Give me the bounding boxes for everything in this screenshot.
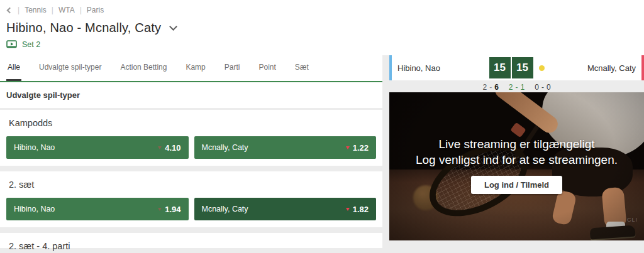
tab-saet[interactable]: Sæt [294, 55, 310, 81]
odds-row: Hibino, Nao 4.10 Mcnally, Caty 1.22 [6, 136, 376, 159]
stream-message-line1: Live streaming er tilgængeligt [438, 136, 594, 152]
back-chevron-icon[interactable] [7, 7, 13, 13]
live-stream-badge[interactable]: Set 2 [6, 40, 644, 49]
featured-section-heading: Udvalgte spil-typer [0, 82, 382, 108]
outcome-odds: 1.94 [158, 205, 180, 214]
stream-preview: Live streaming er tilgængeligt Log venli… [389, 92, 644, 240]
market-heading: 2. sæt [9, 180, 376, 190]
main-content: Alle Udvalgte spil-typer Action Betting … [0, 55, 644, 248]
market-heading: Kampodds [9, 118, 376, 128]
breadcrumb-item-tour[interactable]: WTA [58, 6, 75, 14]
breadcrumb-separator: | [52, 6, 53, 14]
markets-panel: Alle Udvalgte spil-typer Action Betting … [0, 55, 382, 248]
set2-separator: - [516, 83, 518, 92]
scoreboard-player2-name: Mcnally, Caty [545, 63, 636, 73]
page-title: Hibino, Nao - Mcnally, Caty [6, 21, 161, 35]
outcome-name: Mcnally, Caty [202, 143, 248, 152]
odds-value-text: 1.94 [165, 205, 180, 214]
set1-p2: 6 [494, 83, 499, 92]
market-tabs: Alle Udvalgte spil-typer Action Betting … [0, 55, 382, 82]
tab-action-betting[interactable]: Action Betting [119, 55, 168, 81]
market-2nd-set: 2. sæt Hibino, Nao 1.94 Mcnally, Caty 1.… [0, 171, 382, 227]
scoreboard-game-points-p2: 15 [512, 57, 533, 78]
outcome-odds: 4.10 [158, 143, 180, 153]
odds-button-mcnally-matchwin[interactable]: Mcnally, Caty 1.22 [194, 136, 377, 159]
tab-parti[interactable]: Parti [223, 55, 242, 81]
set-score-3: 0 - 0 [535, 83, 550, 92]
outcome-odds: 1.22 [346, 143, 369, 153]
odds-value-text: 4.10 [165, 143, 180, 153]
outcome-odds: 1.82 [346, 205, 369, 214]
market-heading: 2. sæt - 4. parti [9, 241, 376, 251]
breadcrumb: | Tennis | WTA | Paris [6, 6, 644, 14]
serve-indicator-icon [539, 65, 545, 71]
breadcrumb-separator: | [80, 6, 82, 14]
set2-p1: 2 [509, 83, 513, 92]
stream-message-line2: Log venligst ind for at se streamingen. [416, 152, 618, 168]
set2-p2: 1 [521, 83, 525, 92]
set-score-1: 2 - 6 [482, 83, 498, 92]
outcome-name: Hibino, Nao [14, 205, 55, 213]
trend-down-icon [158, 208, 162, 211]
set3-p2: 0 [547, 83, 551, 92]
breadcrumb-item-sport[interactable]: Tennis [25, 6, 47, 14]
tab-point[interactable]: Point [257, 55, 277, 81]
trend-down-icon [346, 208, 350, 211]
odds-value-text: 1.82 [353, 205, 369, 214]
trend-down-icon [158, 146, 162, 149]
login-signup-button[interactable]: Log ind / Tilmeld [471, 176, 562, 194]
scoreboard: Hibino, Nao 15 15 Mcnally, Caty [389, 55, 644, 80]
tab-kamp[interactable]: Kamp [184, 55, 206, 81]
chevron-down-icon [169, 23, 177, 31]
odds-button-hibino-set2[interactable]: Hibino, Nao 1.94 [6, 198, 189, 220]
set1-separator: - [489, 83, 492, 92]
set1-p1: 2 [482, 83, 487, 92]
market-kampodds: Kampodds Hibino, Nao 4.10 Mcnally, Caty … [0, 110, 382, 166]
stream-badge-label: Set 2 [22, 40, 40, 49]
stream-login-overlay: Live streaming er tilgængeligt Log venli… [389, 92, 644, 240]
set3-separator: - [541, 83, 544, 92]
trend-down-icon [346, 146, 350, 149]
live-tv-icon [6, 40, 17, 49]
odds-button-hibino-matchwin[interactable]: Hibino, Nao 4.10 [6, 136, 189, 159]
tab-alle[interactable]: Alle [6, 55, 21, 81]
breadcrumb-item-tournament[interactable]: Paris [87, 6, 104, 14]
set-score-2: 2 - 1 [509, 83, 525, 92]
odds-button-mcnally-set2[interactable]: Mcnally, Caty 1.82 [194, 198, 377, 220]
scoreboard-player1-name: Hibino, Nao [397, 63, 489, 73]
scoreboard-game-points-p1: 15 [489, 57, 511, 78]
market-set2-game4: 2. sæt - 4. parti [0, 233, 382, 248]
tab-udvalgte-spil-typer[interactable]: Udvalgte spil-typer [38, 55, 103, 81]
odds-value-text: 1.22 [353, 143, 369, 153]
odds-row: Hibino, Nao 1.94 Mcnally, Caty 1.82 [6, 198, 376, 220]
outcome-name: Hibino, Nao [14, 143, 55, 152]
breadcrumb-separator: | [18, 6, 19, 14]
live-panel: Hibino, Nao 15 15 Mcnally, Caty 2 - 6 2 … [389, 55, 644, 240]
match-title-dropdown[interactable]: Hibino, Nao - Mcnally, Caty [6, 21, 644, 35]
stream-watermark: CLI [627, 217, 638, 223]
set-scores: 2 - 6 2 - 1 0 - 0 [389, 80, 644, 92]
outcome-name: Mcnally, Caty [202, 205, 248, 213]
page-header: | Tennis | WTA | Paris Hibino, Nao - Mcn… [0, 0, 644, 55]
set3-p1: 0 [535, 83, 539, 92]
